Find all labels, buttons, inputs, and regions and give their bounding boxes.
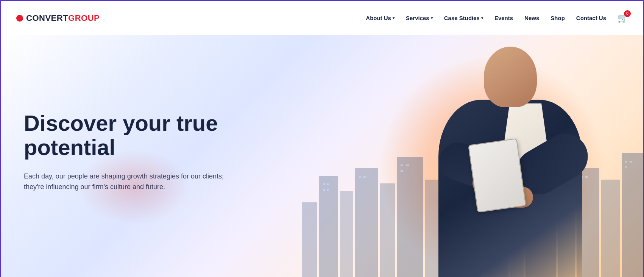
nav-events-label: Events: [494, 15, 513, 21]
svg-rect-1: [319, 176, 338, 277]
nav-services[interactable]: Services ▾: [406, 15, 433, 21]
svg-rect-20: [359, 176, 361, 178]
cart-button[interactable]: 🛒 0: [617, 13, 628, 23]
svg-rect-32: [625, 161, 627, 163]
nav-shop-label: Shop: [550, 15, 565, 21]
nav-case-studies[interactable]: Case Studies ▾: [444, 15, 483, 21]
nav-about-us[interactable]: About Us ▾: [366, 15, 395, 21]
nav-news[interactable]: News: [524, 15, 539, 21]
cart-badge: 0: [624, 10, 631, 17]
svg-rect-16: [323, 183, 325, 185]
svg-rect-18: [323, 189, 325, 191]
nav-news-label: News: [524, 15, 539, 21]
nav-shop[interactable]: Shop: [550, 15, 565, 21]
nav-about-us-label: About Us: [366, 15, 391, 21]
nav-case-studies-label: Case Studies: [444, 15, 480, 21]
hero-section: Discover your true potential Each day, o…: [1, 35, 643, 277]
site-header: CONVERTGROUP About Us ▾ Services ▾ Case …: [1, 1, 643, 35]
logo-dot: [16, 15, 23, 22]
svg-rect-17: [327, 183, 329, 185]
chevron-down-icon: ▾: [481, 16, 483, 20]
svg-rect-34: [625, 166, 627, 168]
svg-rect-0: [302, 202, 317, 277]
hero-content: Discover your true potential Each day, o…: [24, 111, 281, 192]
logo[interactable]: CONVERTGROUP: [16, 13, 100, 23]
svg-rect-19: [327, 189, 329, 191]
logo-group: GROUP: [68, 13, 100, 23]
main-nav: About Us ▾ Services ▾ Case Studies ▾ Eve…: [366, 13, 628, 23]
chevron-down-icon: ▾: [393, 16, 395, 20]
hero-headline: Discover your true potential: [24, 111, 281, 160]
logo-convert: CONVERT: [26, 13, 68, 23]
svg-rect-2: [340, 191, 353, 277]
nav-contact-us[interactable]: Contact Us: [576, 15, 606, 21]
logo-text: CONVERTGROUP: [26, 13, 100, 23]
hero-subtext: Each day, our people are shaping growth …: [24, 171, 243, 193]
person-head: [484, 47, 537, 107]
hero-person-figure: [363, 35, 620, 277]
chevron-down-icon: ▾: [431, 16, 433, 20]
nav-services-label: Services: [406, 15, 429, 21]
svg-rect-33: [630, 161, 632, 163]
nav-contact-us-label: Contact Us: [576, 15, 606, 21]
person-tablet-device: [468, 138, 526, 213]
svg-rect-15: [622, 153, 643, 277]
nav-events[interactable]: Events: [494, 15, 513, 21]
